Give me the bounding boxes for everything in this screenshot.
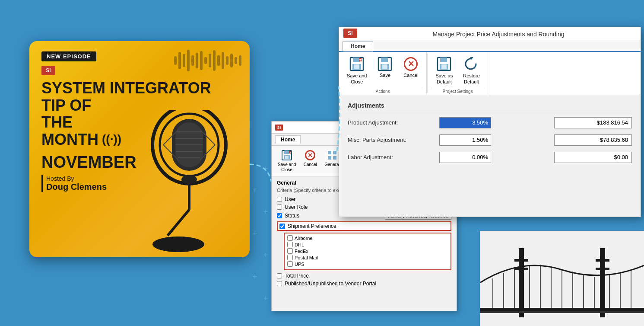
restore-default-button-main[interactable]: RestoreDefault	[459, 54, 484, 87]
cancel-icon-small: ✕	[304, 149, 316, 161]
svg-rect-64	[596, 259, 609, 262]
shipment-item-ups: UPS	[287, 261, 448, 267]
misc-parts-adjustment-row: Misc. Parts Adjustment:	[348, 134, 632, 146]
user-role-checkbox[interactable]	[277, 205, 282, 210]
cancel-button-small[interactable]: ✕ Cancel	[299, 147, 321, 169]
svg-rect-54	[382, 64, 387, 69]
ribbon-settings-buttons: Save asDefault RestoreDefault	[431, 54, 484, 87]
si-logo: SI	[41, 66, 55, 75]
svg-rect-80	[480, 308, 644, 311]
postal-label: Postal Mail	[295, 255, 318, 260]
svg-rect-26	[213, 50, 216, 71]
ribbon-body: Save andClose Save	[339, 52, 641, 95]
labor-adjustment-pct[interactable]	[439, 152, 491, 163]
total-price-checkbox[interactable]	[277, 273, 282, 278]
adjustments-section: Adjustments Product Adjustment: Misc. Pa…	[339, 95, 641, 176]
ribbon-main: Home	[339, 41, 641, 52]
status-checkbox[interactable]	[277, 213, 282, 218]
user-role-label: User Role	[285, 204, 308, 210]
svg-rect-36	[285, 156, 289, 159]
ribbon-group-actions: Save andClose Save	[339, 52, 427, 95]
svg-rect-18	[178, 52, 181, 69]
svg-rect-21	[191, 55, 194, 66]
save-icon-main	[377, 56, 393, 72]
svg-rect-29	[226, 56, 228, 65]
svg-rect-17	[174, 56, 177, 65]
svg-rect-20	[187, 50, 190, 71]
total-price-row: Total Price	[277, 273, 451, 279]
svg-rect-19	[183, 54, 185, 67]
shipment-pref-checkbox[interactable]	[279, 224, 285, 229]
cancel-icon-main: ✕	[403, 56, 419, 72]
save-close-button-main[interactable]: Save andClose	[343, 54, 371, 87]
svg-point-11	[181, 175, 197, 184]
ribbon-tabs: Home	[339, 41, 641, 51]
user-checkbox[interactable]	[277, 197, 282, 202]
microphone-image	[142, 110, 237, 257]
svg-rect-52	[381, 58, 388, 62]
save-close-label-main: Save andClose	[347, 73, 367, 85]
cancel-button-main[interactable]: ✕ Cancel	[399, 54, 423, 87]
host-name: Doug Clemens	[46, 182, 107, 192]
misc-parts-adjustment-pct[interactable]	[439, 134, 491, 146]
cancel-label-main: Cancel	[403, 73, 418, 78]
shipment-options-list: Airborne DHL FedEx Postal Mail UPS	[284, 233, 451, 270]
restore-label-main: RestoreDefault	[463, 73, 480, 85]
tab-home-main[interactable]: Home	[343, 41, 373, 51]
sound-waves-decoration	[174, 48, 243, 74]
dialog-small-logo: SI	[275, 125, 283, 131]
dialog-main-titlebar: SI Manage Project Price Adjustments and …	[339, 27, 641, 41]
product-adjustment-pct[interactable]	[439, 117, 491, 128]
podcast-card: NEW EPISODE SI SYSTEM INTEGRATOR TIP OF …	[29, 41, 250, 257]
svg-rect-66	[596, 268, 609, 270]
save-close-icon-main	[349, 56, 365, 72]
svg-rect-62	[600, 248, 605, 317]
svg-rect-81	[480, 311, 644, 313]
shipment-item-airborne: Airborne	[287, 235, 448, 241]
ups-checkbox[interactable]	[287, 261, 293, 267]
shipment-item-dhl: DHL	[287, 242, 448, 247]
dhl-label: DHL	[295, 242, 304, 247]
airborne-label: Airborne	[295, 236, 313, 241]
dialog-main-title: Manage Project Price Adjustments and Rou…	[361, 31, 636, 38]
labor-adjustment-row: Labor Adjustment:	[348, 152, 632, 163]
plus-decoration: +	[263, 208, 268, 217]
general-label-small: General	[324, 162, 340, 167]
product-adjustment-value[interactable]	[554, 117, 632, 128]
misc-parts-adjustment-value[interactable]	[554, 134, 632, 146]
ribbon-group-project-settings: Save asDefault RestoreDefault Project Se…	[428, 52, 488, 95]
published-row: Published/Unpublished to Vendor Portal	[277, 281, 451, 287]
dhl-checkbox[interactable]	[287, 242, 293, 247]
shipment-preference-row: Shipment Preference	[277, 221, 451, 231]
svg-rect-28	[222, 52, 224, 69]
new-episode-badge: NEW EPISODE	[41, 51, 96, 61]
airborne-checkbox[interactable]	[287, 235, 293, 241]
svg-rect-23	[200, 51, 203, 70]
svg-point-12	[152, 237, 204, 252]
save-default-label-main: Save asDefault	[435, 73, 453, 85]
svg-rect-27	[217, 55, 220, 66]
fedex-checkbox[interactable]	[287, 248, 293, 254]
plus-decoration: +	[253, 272, 257, 281]
dialog-main: SI Manage Project Price Adjustments and …	[339, 27, 641, 217]
postal-checkbox[interactable]	[287, 255, 293, 260]
save-close-label-small: Save andClose	[278, 162, 296, 173]
svg-rect-45	[353, 58, 360, 62]
general-icon-small	[326, 149, 338, 161]
shipment-pref-label: Shipment Preference	[288, 223, 336, 229]
svg-rect-30	[230, 54, 233, 67]
plus-decoration: +	[253, 229, 257, 238]
svg-rect-41	[333, 151, 336, 154]
svg-rect-25	[209, 54, 211, 67]
product-adjustment-label: Product Adjustment:	[348, 119, 434, 126]
published-label: Published/Unpublished to Vendor Portal	[285, 281, 376, 287]
labor-adjustment-label: Labor Adjustment:	[348, 154, 434, 160]
tab-home-small[interactable]: Home	[275, 135, 301, 144]
save-close-button-small[interactable]: Save andClose	[274, 147, 299, 174]
svg-rect-47	[354, 64, 359, 69]
save-button-main[interactable]: Save	[373, 54, 397, 87]
bridge-svg	[480, 231, 644, 326]
labor-adjustment-value[interactable]	[554, 152, 632, 163]
save-default-button-main[interactable]: Save asDefault	[431, 54, 457, 87]
published-checkbox[interactable]	[277, 281, 282, 286]
